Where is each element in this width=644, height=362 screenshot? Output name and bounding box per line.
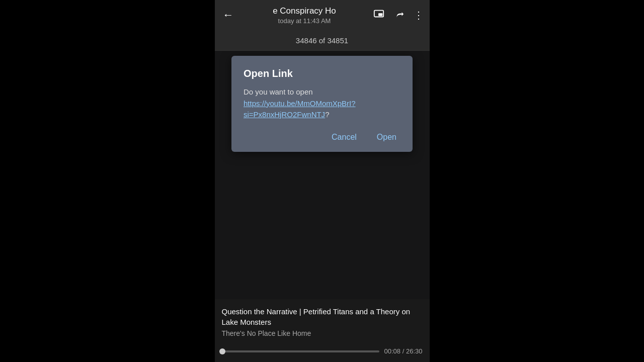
dialog-body-suffix: ?	[325, 110, 329, 119]
progress-bar-area: 00:08 / 26:30	[215, 345, 430, 362]
time-display: 00:08 / 26:30	[384, 347, 423, 355]
dialog-actions: Cancel Open	[244, 131, 400, 144]
back-button[interactable]: ←	[221, 7, 236, 24]
forward-icon[interactable]	[393, 9, 405, 22]
dialog-body: Do you want to open https://youtu.be/MmO…	[244, 86, 400, 121]
channel-title: e Conspiracy Ho	[273, 6, 336, 16]
time-separator: /	[403, 347, 406, 355]
open-link-dialog: Open Link Do you want to open https://yo…	[231, 56, 413, 152]
share-icon[interactable]	[373, 9, 384, 22]
counter-bar: 34846 of 34851	[215, 30, 430, 51]
title-block: e Conspiracy Ho today at 11:43 AM	[241, 6, 368, 25]
progress-thumb	[219, 348, 225, 354]
top-bar: ← e Conspiracy Ho today at 11:43 AM ⋮	[215, 0, 430, 30]
dialog-title: Open Link	[244, 68, 400, 79]
top-icons: ⋮	[373, 9, 424, 22]
time-current: 00:08	[384, 347, 401, 355]
time-total: 26:30	[406, 347, 423, 355]
video-title: Question the Narrative | Petrified Titan…	[222, 306, 423, 327]
video-info: Question the Narrative | Petrified Titan…	[215, 299, 430, 345]
content-area: Open Link Do you want to open https://yo…	[215, 51, 430, 299]
counter-text: 34846 of 34851	[296, 36, 348, 45]
open-button[interactable]: Open	[373, 131, 400, 144]
dialog-overlay: Open Link Do you want to open https://yo…	[215, 51, 430, 299]
svg-rect-1	[378, 13, 382, 16]
progress-track[interactable]	[222, 350, 379, 352]
dialog-body-prefix: Do you want to open	[244, 87, 313, 96]
subtitle: today at 11:43 AM	[278, 17, 331, 25]
video-channel: There's No Place Like Home	[222, 329, 423, 337]
more-options-icon[interactable]: ⋮	[414, 9, 424, 21]
cancel-button[interactable]: Cancel	[328, 131, 361, 144]
phone-panel: ← e Conspiracy Ho today at 11:43 AM ⋮ 34…	[215, 0, 430, 362]
dialog-link[interactable]: https://youtu.be/MmOMomXpBrI?si=Px8nxHjR…	[244, 99, 356, 119]
